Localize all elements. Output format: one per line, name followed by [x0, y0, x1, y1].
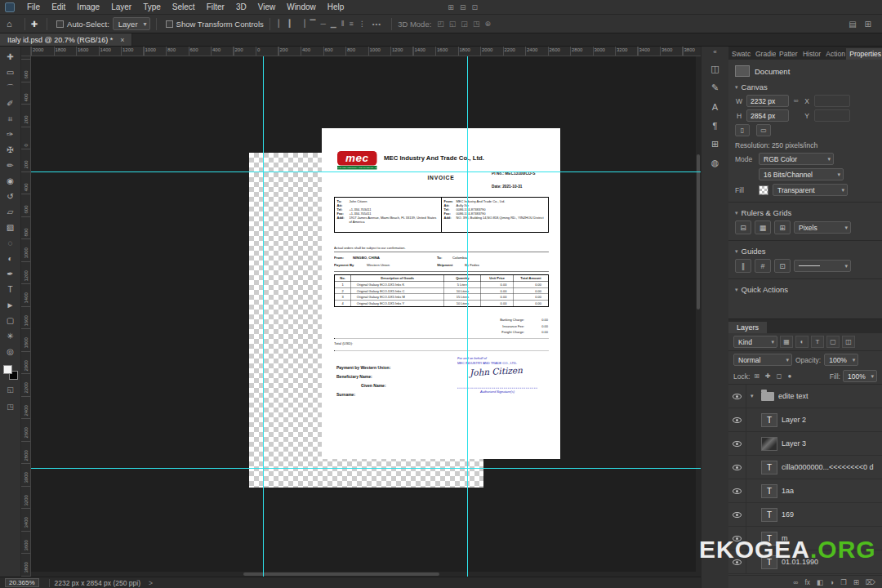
layer-thumbnail[interactable] [761, 484, 777, 498]
align-icon[interactable]: ▕ [297, 20, 308, 28]
layer-thumbnail[interactable] [761, 413, 777, 427]
home-icon[interactable]: ⌂ [7, 19, 12, 29]
panel-tab[interactable]: Patter [776, 48, 800, 60]
panel-tab[interactable]: Action [822, 48, 846, 60]
lock-transparent-icon[interactable]: ⊞ [752, 372, 761, 380]
lock-all-icon[interactable]: ● [786, 372, 793, 380]
menu-item[interactable]: Help [322, 0, 350, 15]
mode-3d-icon[interactable]: ◰ [434, 20, 447, 28]
layer-visibility-toggle[interactable] [728, 456, 746, 479]
width-field[interactable]: 2232 px [746, 95, 789, 107]
layer-name[interactable]: 169 [782, 510, 794, 519]
layer-group-icon[interactable]: ❒ [840, 578, 847, 586]
layer-name[interactable]: cilla0000000...<<<<<<<<0 d [782, 463, 874, 471]
lock-image-icon[interactable]: ◻ [775, 372, 784, 380]
horizontal-guide[interactable] [31, 172, 701, 172]
group-expand-arrow-icon[interactable] [751, 393, 757, 399]
adjustments-panel-icon[interactable]: ◍ [706, 154, 725, 172]
layer-row[interactable]: Layer 3 [728, 432, 882, 456]
crop-tool-icon[interactable]: ⌗ [2, 111, 20, 127]
rulers-grids-section-header[interactable]: Rulers & Grids [735, 208, 875, 217]
align-icon[interactable]: ▎ [287, 20, 297, 28]
layer-row[interactable]: 1aa [728, 479, 882, 503]
healing-brush-tool-icon[interactable]: ✠ [2, 142, 20, 158]
show-transform-checkbox[interactable] [166, 20, 173, 28]
vertical-guide[interactable] [467, 56, 468, 577]
menu-item[interactable]: 3D [230, 0, 252, 15]
horizontal-ruler[interactable]: 2000180016001400120010008006004002000200… [31, 47, 701, 56]
toggle-grid-icon[interactable]: ▦ [755, 220, 771, 234]
dodge-tool-icon[interactable]: ◐ [2, 251, 20, 266]
color-panel-icon[interactable]: ◫ [706, 60, 725, 78]
screen-mode-icon[interactable]: ◳ [2, 399, 20, 414]
brush-settings-panel-icon[interactable]: ✎ [706, 78, 725, 97]
layer-mask-icon[interactable]: ◧ [817, 578, 823, 586]
align-icon[interactable]: ‖ [339, 20, 347, 28]
foreground-color-swatch[interactable] [3, 365, 12, 374]
layer-visibility-toggle[interactable] [728, 385, 746, 408]
panel-tab[interactable]: Gradie [752, 48, 776, 60]
auto-select-dropdown[interactable]: Layer [113, 17, 150, 30]
toggle-guides-icon[interactable]: ∥ [735, 259, 751, 273]
orientation-landscape-icon[interactable]: ▭ [756, 124, 771, 136]
delete-layer-icon[interactable]: ⌦ [866, 578, 875, 586]
quick-selection-tool-icon[interactable]: ✐ [2, 96, 20, 111]
menu-item[interactable]: Layer [105, 0, 137, 15]
panel-tab[interactable]: Histor [800, 48, 822, 60]
quick-actions-section-header[interactable]: Quick Actions [735, 285, 875, 294]
fill-dropdown[interactable]: Transparent [773, 184, 848, 196]
eraser-tool-icon[interactable]: ▱ [2, 204, 20, 220]
workspace-icon[interactable]: ⊞ [861, 20, 875, 29]
eyedropper-tool-icon[interactable]: ✑ [2, 127, 20, 142]
screen-mode-icon[interactable]: ◱ [2, 382, 20, 397]
layer-thumbnail[interactable] [761, 461, 777, 474]
filter-type-layers-icon[interactable]: T [811, 336, 824, 348]
workspace-icon[interactable]: ▤ [844, 20, 860, 29]
mode-3d-icon[interactable]: ◱ [447, 20, 459, 28]
layer-row[interactable]: Layer 2 [728, 408, 882, 432]
layer-thumbnail[interactable] [761, 437, 777, 451]
menu-item[interactable]: Image [71, 0, 105, 15]
document-tab[interactable]: Italy id.psd @ 20.7% (RGB/16) * [0, 33, 132, 46]
canvas-section-header[interactable]: Canvas [735, 82, 875, 91]
filter-smart-objects-icon[interactable]: ◫ [842, 336, 855, 348]
fill-dropdown[interactable]: 100% [843, 370, 877, 382]
tab-properties[interactable]: Properties [846, 48, 882, 60]
color-swatches[interactable] [3, 365, 18, 380]
history-brush-tool-icon[interactable]: ↺ [2, 189, 20, 204]
layer-row[interactable]: 169 [728, 503, 882, 527]
orientation-portrait-icon[interactable]: ▯ [735, 124, 750, 136]
lock-position-icon[interactable]: ✚ [764, 372, 773, 380]
align-icon[interactable]: ▁ [328, 20, 339, 28]
filter-shape-layers-icon[interactable]: ▢ [826, 336, 840, 348]
layer-visibility-toggle[interactable] [728, 408, 746, 431]
brush-tool-icon[interactable]: ✏ [2, 158, 20, 173]
menu-item[interactable]: Filter [201, 0, 230, 15]
marquee-tool-icon[interactable]: ▭ [2, 65, 20, 80]
align-icon[interactable]: ▔ [308, 20, 318, 28]
document-viewport[interactable]: mec THE MEC INDUSTRY AND TRADE CO., LTD … [31, 56, 701, 577]
color-mode-dropdown[interactable]: RGB Color [759, 153, 834, 165]
mode-3d-icon[interactable]: ⊕ [482, 20, 493, 28]
menubar-icon[interactable]: ⊟ [460, 3, 466, 11]
pen-tool-icon[interactable]: ✒ [2, 266, 20, 282]
layer-effects-icon[interactable]: fx [804, 578, 810, 586]
menu-item[interactable]: Window [281, 0, 322, 15]
panel-tab[interactable]: Swatc [728, 48, 752, 60]
bit-depth-dropdown[interactable]: 16 Bits/Channel [759, 168, 844, 180]
collapse-panels-icon[interactable]: « [713, 48, 716, 56]
layer-name[interactable]: Layer 2 [782, 416, 806, 424]
clear-guides-icon[interactable]: ⊡ [774, 259, 791, 273]
menu-item[interactable]: Type [137, 0, 167, 15]
link-dimensions-icon[interactable]: ∞ [792, 97, 800, 105]
layer-name[interactable]: 1aa [782, 487, 794, 495]
opacity-dropdown[interactable]: 100% [824, 354, 858, 366]
menu-item[interactable]: Select [167, 0, 201, 15]
character-panel-icon[interactable]: A [706, 97, 725, 116]
adjustment-layer-icon[interactable]: ◑ [830, 578, 834, 586]
mode-3d-icon[interactable]: ◲ [458, 20, 470, 28]
vertical-ruler[interactable]: 6004002000200400600800100012001400160018… [21, 56, 31, 577]
layer-name[interactable]: Layer 3 [782, 439, 806, 448]
toggle-rulers-icon[interactable]: ⊟ [735, 220, 751, 234]
menubar-icon[interactable]: ⊞ [448, 3, 454, 11]
